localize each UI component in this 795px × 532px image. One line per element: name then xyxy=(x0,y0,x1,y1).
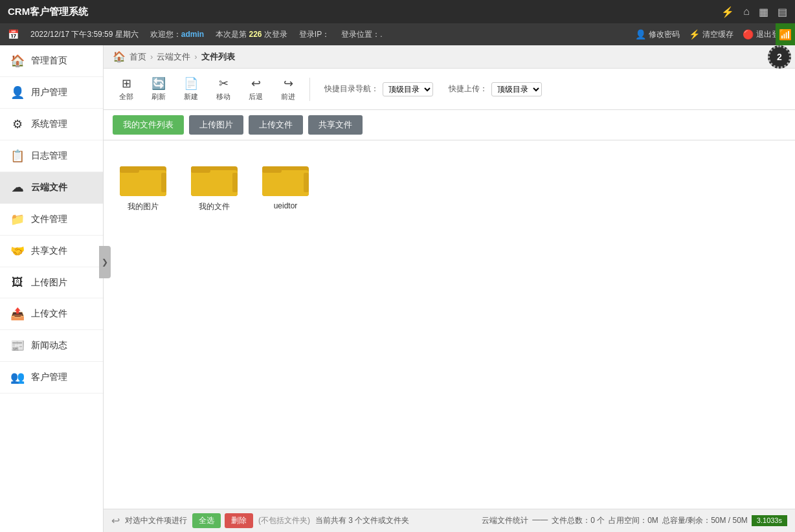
svg-rect-3 xyxy=(161,173,166,192)
folder-item[interactable]: ueidtor xyxy=(256,153,315,217)
login-location: 登录位置：. xyxy=(341,29,382,40)
toolbar-back-btn[interactable]: ↩ 后退 xyxy=(242,74,269,104)
notification-count: 2 xyxy=(777,52,782,62)
refresh-icon: 🔄 xyxy=(151,76,166,91)
folder-icon xyxy=(262,159,309,197)
svg-rect-1 xyxy=(120,170,166,196)
cloud-icon: ☁ xyxy=(10,181,25,195)
folder-name: ueidtor xyxy=(274,201,298,210)
sidebar: 🏠 管理首页 👤 用户管理 ⚙ 系统管理 📋 日志管理 ☁ 云端文件 📁 文 xyxy=(0,45,104,532)
sidebar-item-logs[interactable]: 📋 日志管理 xyxy=(0,140,103,172)
app-title: CRM客户管理系统 xyxy=(8,6,721,18)
toolbar-back-label: 后退 xyxy=(249,92,263,102)
toolbar-refresh-btn[interactable]: 🔄 刷新 xyxy=(145,74,172,104)
status-bar: ↩ 对选中文件项进行 全选 删除 (不包括文件夹) 当前共有 3 个文件或文件夹… xyxy=(104,509,795,532)
sidebar-item-users-label: 用户管理 xyxy=(31,87,67,98)
upload-img-icon: 🖼 xyxy=(10,276,25,289)
upload-file-icon: 📤 xyxy=(10,307,25,321)
folder-name: 我的图片 xyxy=(128,201,159,212)
quick-upload: 快捷上传： 顶级目录 xyxy=(449,82,542,96)
sidebar-item-upload-img[interactable]: 🖼 上传图片 xyxy=(0,267,103,298)
toolbar: ⊞ 全部 🔄 刷新 📄 新建 ✂ 移动 ↩ 后退 xyxy=(104,69,795,110)
quick-nav-select[interactable]: 顶级目录 xyxy=(383,82,433,96)
lightning-icon2: ⚡ xyxy=(689,29,700,39)
sidebar-item-home[interactable]: 🏠 管理首页 xyxy=(0,45,103,77)
status-note: (不包括文件夹) xyxy=(258,515,310,526)
top-bar: CRM客户管理系统 ⚡ ⌂ ▦ ▤ xyxy=(0,0,795,23)
home-icon[interactable]: ⌂ xyxy=(743,6,750,17)
breadcrumb-home-icon: 🏠 xyxy=(113,50,126,63)
filemanage-icon: 📁 xyxy=(10,212,25,227)
toolbar-new-btn[interactable]: 📄 新建 xyxy=(177,74,205,104)
space-used: 占用空间：0M xyxy=(609,515,658,526)
status-back-icon[interactable]: ↩ xyxy=(111,515,120,527)
sidebar-item-upload-img-label: 上传图片 xyxy=(31,277,67,289)
file-area: 我的图片 我的文件 xyxy=(104,140,795,509)
toolbar-refresh-label: 刷新 xyxy=(151,92,166,102)
toolbar-all-btn[interactable]: ⊞ 全部 xyxy=(113,74,140,104)
sidebar-item-share[interactable]: 🤝 共享文件 xyxy=(0,236,103,267)
calendar-icon: 📅 xyxy=(8,29,19,39)
all-icon: ⊞ xyxy=(122,76,131,91)
logout-icon: 🔴 xyxy=(743,29,754,39)
sidebar-item-users[interactable]: 👤 用户管理 xyxy=(0,77,103,109)
breadcrumb-current: 文件列表 xyxy=(201,51,235,63)
grid-icon[interactable]: ▦ xyxy=(759,6,768,18)
datetime: 2022/12/17 下午3:59:59 星期六 xyxy=(30,29,139,40)
quick-upload-label: 快捷上传： xyxy=(449,83,487,94)
quick-nav-label: 快捷目录导航： xyxy=(324,83,379,94)
svg-rect-5 xyxy=(191,170,238,196)
quick-nav: 快捷目录导航： 顶级目录 xyxy=(324,82,433,96)
svg-rect-2 xyxy=(120,166,139,173)
header-bar: 📅 2022/12/17 下午3:59:59 星期六 欢迎您：admin 本次是… xyxy=(0,23,795,45)
sidebar-toggle[interactable]: ❯ xyxy=(99,246,111,278)
top-bar-icons: ⚡ ⌂ ▦ ▤ xyxy=(721,6,787,18)
upload-img-btn[interactable]: 上传图片 xyxy=(189,115,243,135)
username: admin xyxy=(181,30,204,39)
sidebar-item-cloud[interactable]: ☁ 云端文件 xyxy=(0,172,103,204)
delete-btn[interactable]: 删除 xyxy=(225,513,253,528)
my-filelist-btn[interactable]: 我的文件列表 xyxy=(113,115,184,135)
folder-name: 我的文件 xyxy=(199,201,230,212)
lightning-icon[interactable]: ⚡ xyxy=(721,6,734,18)
breadcrumb-home-link[interactable]: 首页 xyxy=(129,51,146,63)
sidebar-item-system[interactable]: ⚙ 系统管理 xyxy=(0,109,103,140)
sidebar-item-news[interactable]: 📰 新闻动态 xyxy=(0,330,103,362)
breadcrumb-sep2: › xyxy=(194,52,197,61)
status-stats: 云端文件统计 —— 文件总数：0 个 占用空间：0M 总容量/剩余：50M / … xyxy=(482,515,787,526)
sidebar-item-upload-file-label: 上传文件 xyxy=(31,308,67,320)
sidebar-item-upload-file[interactable]: 📤 上传文件 xyxy=(0,298,103,330)
wifi-icon[interactable]: 📶 xyxy=(776,23,795,45)
status-actions: 全选 删除 xyxy=(192,513,253,528)
breadcrumb-cloud-link[interactable]: 云端文件 xyxy=(157,51,190,63)
upload-file-btn[interactable]: 上传文件 xyxy=(249,115,303,135)
toolbar-move-btn[interactable]: ✂ 移动 xyxy=(210,74,237,104)
status-count: 当前共有 3 个文件或文件夹 xyxy=(315,515,409,526)
header-actions: 👤 修改密码 ⚡ 清空缓存 🔴 退出登录 xyxy=(635,29,787,40)
sidebar-item-filemanage[interactable]: 📁 文件管理 xyxy=(0,204,103,236)
sub-toolbar: 我的文件列表 上传图片 上传文件 共享文件 xyxy=(104,110,795,140)
folder-item[interactable]: 我的文件 xyxy=(185,153,243,217)
svg-rect-10 xyxy=(262,166,282,173)
clear-cache-btn[interactable]: ⚡ 清空缓存 xyxy=(689,29,733,40)
sidebar-item-customers[interactable]: 👥 客户管理 xyxy=(0,362,103,393)
quick-upload-select[interactable]: 顶级目录 xyxy=(491,82,542,96)
logs-icon: 📋 xyxy=(10,149,25,163)
svg-rect-7 xyxy=(232,173,238,192)
share-file-btn[interactable]: 共享文件 xyxy=(308,115,363,135)
select-all-btn[interactable]: 全选 xyxy=(192,513,221,528)
sidebar-item-customers-label: 客户管理 xyxy=(31,371,67,383)
sidebar-item-cloud-label: 云端文件 xyxy=(31,182,67,194)
modify-password-btn[interactable]: 👤 修改密码 xyxy=(635,29,680,40)
sidebar-item-logs-label: 日志管理 xyxy=(31,150,67,162)
notification-badge[interactable]: 2 xyxy=(768,45,791,69)
layout: 🏠 管理首页 👤 用户管理 ⚙ 系统管理 📋 日志管理 ☁ 云端文件 📁 文 xyxy=(0,45,795,532)
total-space: 总容量/剩余：50M / 50M xyxy=(662,515,748,526)
folder-item[interactable]: 我的图片 xyxy=(114,153,172,217)
toolbar-forward-btn[interactable]: ↪ 前进 xyxy=(274,74,302,104)
menu-icon[interactable]: ▤ xyxy=(778,6,787,18)
toolbar-move-label: 移动 xyxy=(216,92,230,102)
sidebar-item-system-label: 系统管理 xyxy=(31,118,67,130)
sidebar-item-news-label: 新闻动态 xyxy=(31,340,67,351)
cloud-stats-label: 云端文件统计 xyxy=(482,515,528,526)
